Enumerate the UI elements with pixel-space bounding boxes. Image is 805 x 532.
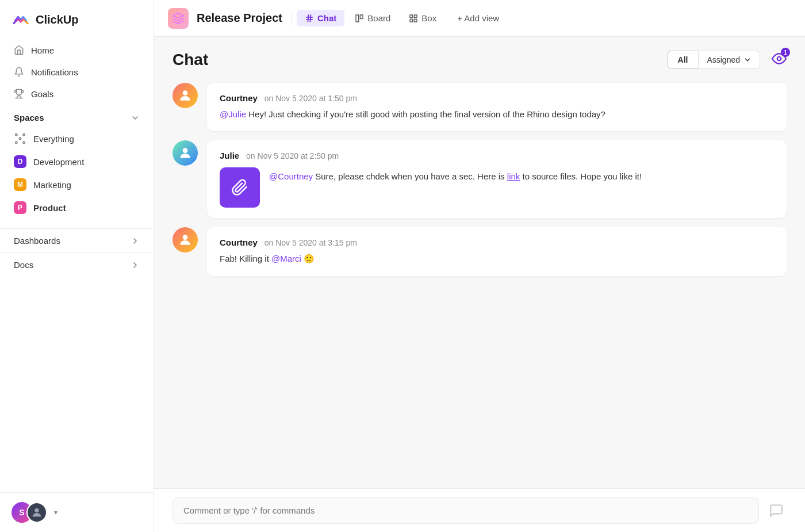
svg-rect-11 [361,15,363,19]
paperclip-icon [231,179,248,196]
development-badge: D [14,155,26,168]
svg-rect-15 [415,19,417,22]
comment-input[interactable] [172,497,759,524]
message-author: Courtney [220,93,258,103]
sidebar-item-product-label: Product [33,203,66,213]
project-title: Release Project [197,12,282,25]
messages-list: Courtney on Nov 5 2020 at 1:50 pm @Julie… [172,83,787,276]
mention: @Marci [271,254,301,263]
tab-box[interactable]: Box [401,10,444,26]
source-link[interactable]: link [507,171,520,181]
logo[interactable]: ClickUp [0,0,154,39]
table-row: Courtney on Nov 5 2020 at 1:50 pm @Julie… [172,83,787,131]
sidebar-item-notifications[interactable]: Notifications [7,61,147,83]
project-info: Release Project [168,8,282,29]
svg-rect-10 [356,15,359,22]
clickup-logo-icon [12,10,30,29]
sidebar: ClickUp Home Notifications Goals Spaces … [0,0,154,532]
message-timestamp: on Nov 5 2020 at 1:50 pm [264,94,357,103]
sidebar-item-docs[interactable]: Docs [0,252,154,277]
app-name: ClickUp [36,13,78,26]
svg-point-5 [34,508,39,512]
filter-assigned-button[interactable]: Assigned [698,51,760,69]
everything-icon [14,132,26,145]
chat-title: Chat [172,51,208,69]
tab-board[interactable]: Board [347,10,398,26]
message-card: Julie on Nov 5 2020 at 2:50 pm @Courtney… [207,140,787,218]
svg-point-2 [23,134,25,136]
sidebar-item-development[interactable]: D Development [7,150,147,173]
avatar [172,83,198,108]
sidebar-item-home[interactable]: Home [7,39,147,61]
box-icon [409,14,418,23]
message-card: Courtney on Nov 5 2020 at 1:50 pm @Julie… [207,83,787,131]
user-profile-area[interactable]: S ▾ [0,492,154,532]
sidebar-item-marketing-label: Marketing [33,180,71,190]
message-text: @Julie Hey! Just checking if you're stil… [220,108,774,121]
svg-rect-12 [410,15,413,18]
chat-filters: All Assigned [667,51,760,69]
svg-point-16 [777,57,781,61]
svg-point-1 [16,134,17,136]
bell-icon [14,67,24,77]
user-menu-caret: ▾ [54,508,57,516]
message-timestamp: on Nov 5 2020 at 2:50 pm [246,151,339,160]
topbar-divider [292,12,292,25]
message-author: Julie [220,151,239,160]
sidebar-item-goals[interactable]: Goals [7,83,147,105]
message-timestamp: on Nov 5 2020 at 3:15 pm [264,238,357,247]
avatar [172,227,198,252]
sidebar-item-goals-label: Goals [31,89,53,99]
comment-bar [154,488,805,532]
home-icon [14,45,24,55]
spaces-section-header[interactable]: Spaces [0,105,154,127]
sidebar-item-notifications-label: Notifications [31,67,78,77]
sidebar-item-product[interactable]: P Product [7,196,147,219]
chat-bubble-icon [769,503,784,518]
message-card: Courtney on Nov 5 2020 at 3:15 pm Fab! K… [207,227,787,275]
main-nav: Home Notifications Goals [0,39,154,105]
chevron-down-icon [131,113,140,123]
docs-label: Docs [14,260,33,270]
avatar-j [26,502,47,523]
sidebar-item-everything[interactable]: Everything [7,127,147,150]
product-badge: P [14,201,26,214]
trophy-icon [14,89,24,99]
comment-icon[interactable] [766,500,787,521]
sidebar-item-dashboards[interactable]: Dashboards [0,228,154,252]
mention: @Julie [220,109,246,119]
chevron-right-icon [131,236,140,246]
topbar-tabs: Chat Board Box + Add view [297,10,507,26]
svg-point-19 [183,235,188,240]
sidebar-item-marketing[interactable]: M Marketing [7,173,147,196]
sidebar-item-home-label: Home [31,45,54,55]
svg-point-17 [183,90,188,95]
svg-line-9 [310,15,310,22]
svg-point-4 [23,141,25,143]
watch-count: 1 [781,48,790,57]
sidebar-item-everything-label: Everything [33,134,74,144]
message-text: Fab! Killing it @Marci 🙂 [220,252,774,265]
avatar-group: S [12,502,47,523]
svg-point-0 [19,137,21,139]
table-row: Julie on Nov 5 2020 at 2:50 pm @Courtney… [172,140,787,218]
main-content: Release Project Chat Board Box + Add vie… [154,0,805,532]
dashboards-label: Dashboards [14,236,60,246]
chevron-right-icon-docs [131,261,140,270]
avatar [172,140,198,166]
message-author: Courtney [220,238,258,247]
svg-line-8 [308,15,308,22]
attachment-thumbnail[interactable] [220,167,260,208]
spaces-label: Spaces [14,113,44,123]
project-icon [168,8,189,29]
add-view-button[interactable]: + Add view [449,10,507,26]
chevron-down-assigned-icon [743,56,752,64]
chat-header: Chat All Assigned 1 [172,51,787,69]
watch-badge[interactable]: 1 [772,51,787,68]
tab-chat[interactable]: Chat [297,10,344,26]
hash-icon [305,14,314,23]
topbar: Release Project Chat Board Box + Add vie… [154,0,805,37]
filter-all-button[interactable]: All [667,51,699,69]
svg-point-3 [16,141,17,143]
table-row: Courtney on Nov 5 2020 at 3:15 pm Fab! K… [172,227,787,275]
